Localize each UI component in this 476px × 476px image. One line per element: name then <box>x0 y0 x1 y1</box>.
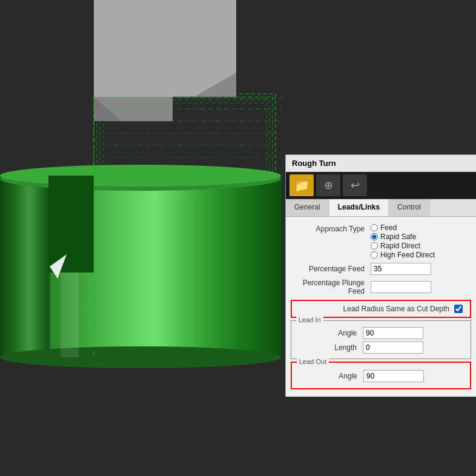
percentage-plunge-feed-row: Percentage Plunge Feed <box>286 277 476 297</box>
radio-rapid-safe-input[interactable] <box>371 233 378 240</box>
lead-in-length-input[interactable] <box>363 342 423 354</box>
radio-rapid-direct: Rapid Direct <box>371 242 435 250</box>
lead-radius-row: Lead Radius Same as Cut Depth <box>297 303 465 314</box>
tab-control[interactable]: Control <box>389 199 430 216</box>
approach-type-row: Approach Type Feed Rapid Safe Rapid Dire… <box>286 222 476 261</box>
lead-in-legend: Lead In <box>296 316 323 323</box>
svg-point-14 <box>0 346 281 368</box>
lead-in-section: Lead In Angle Length <box>291 320 471 359</box>
toolbar-folder-button[interactable]: 📁 <box>289 174 314 196</box>
radio-rapid-direct-input[interactable] <box>371 242 378 250</box>
tab-leads-links[interactable]: Leads/Links <box>329 199 389 216</box>
target-icon: ⊕ <box>324 179 333 192</box>
lead-out-section: Lead Out Angle <box>291 362 471 389</box>
lead-out-angle-input[interactable] <box>363 370 424 382</box>
svg-rect-11 <box>0 176 48 357</box>
panel-title: Rough Turn <box>286 155 476 172</box>
radio-high-feed-direct: High Feed Direct <box>371 251 435 259</box>
lead-radius-checkbox[interactable] <box>454 305 463 313</box>
toolbar: 📁 ⊕ ↩ <box>286 172 476 199</box>
lead-radius-box: Lead Radius Same as Cut Depth <box>291 300 471 318</box>
radio-feed-input[interactable] <box>371 224 378 231</box>
svg-marker-16 <box>48 176 94 273</box>
tab-bar: General Leads/Links Control <box>286 199 476 217</box>
svg-point-13 <box>0 165 281 187</box>
lead-in-angle-row: Angle <box>296 323 466 340</box>
toolbar-target-button[interactable]: ⊕ <box>316 174 340 196</box>
approach-type-options: Feed Rapid Safe Rapid Direct High Feed D… <box>371 223 435 259</box>
lead-out-legend: Lead Out <box>297 358 329 365</box>
panel: Rough Turn 📁 ⊕ ↩ General Leads/Links Con… <box>285 154 476 397</box>
percentage-feed-label: Percentage Feed <box>292 265 365 273</box>
percentage-feed-row: Percentage Feed <box>286 261 476 277</box>
radio-high-feed-direct-label: High Feed Direct <box>380 251 435 259</box>
approach-type-label: Approach Type <box>292 223 365 233</box>
lead-out-angle-label: Angle <box>297 372 357 380</box>
radio-rapid-safe-label: Rapid Safe <box>380 233 416 241</box>
arrow-icon: ↩ <box>351 179 360 192</box>
lead-radius-label: Lead Radius Same as Cut Depth <box>299 305 449 313</box>
radio-rapid-safe: Rapid Safe <box>371 233 435 241</box>
tab-general[interactable]: General <box>286 199 329 216</box>
lead-in-length-row: Length <box>296 340 466 355</box>
toolbar-arrow-button[interactable]: ↩ <box>343 174 367 196</box>
folder-icon: 📁 <box>294 178 309 193</box>
radio-feed: Feed <box>371 223 435 232</box>
lead-out-angle-row: Angle <box>297 365 465 383</box>
svg-marker-6 <box>94 0 236 97</box>
radio-feed-label: Feed <box>380 223 397 232</box>
percentage-plunge-feed-input[interactable] <box>371 281 431 293</box>
lead-in-angle-label: Angle <box>296 329 357 337</box>
radio-high-feed-direct-input[interactable] <box>371 251 378 259</box>
form-content: Approach Type Feed Rapid Safe Rapid Dire… <box>286 217 476 397</box>
percentage-feed-input[interactable] <box>371 263 431 275</box>
percentage-plunge-feed-label: Percentage Plunge Feed <box>292 279 365 296</box>
lead-in-angle-input[interactable] <box>363 327 423 339</box>
radio-rapid-direct-label: Rapid Direct <box>380 242 420 250</box>
lead-in-length-label: Length <box>296 343 357 352</box>
